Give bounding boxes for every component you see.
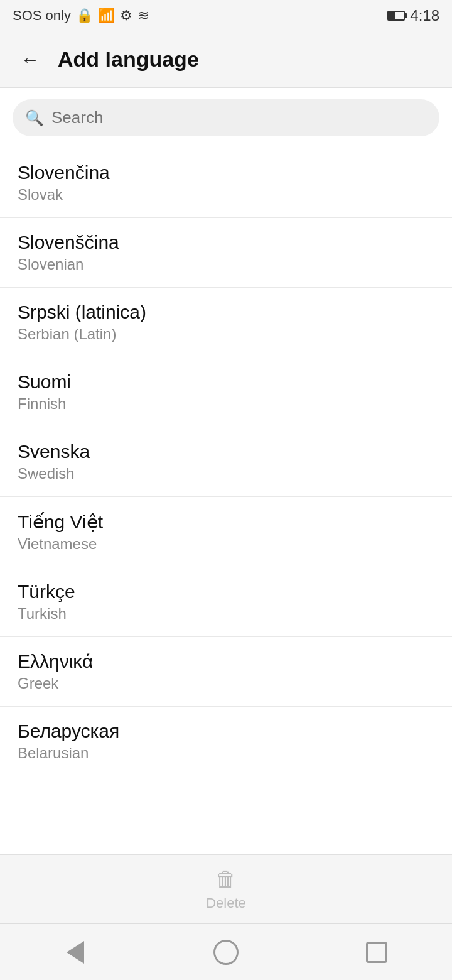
language-item[interactable]: Türkçe Turkish (0, 567, 452, 637)
nav-bar (0, 923, 452, 980)
delete-label: Delete (206, 895, 246, 912)
lang-native: Svenska (18, 441, 434, 462)
lang-native: Slovenščina (18, 232, 434, 253)
lang-english: Vietnamese (18, 535, 434, 553)
search-input-wrap[interactable]: 🔍 (13, 99, 439, 136)
delete-icon: 🗑 (215, 867, 237, 891)
nav-home-button[interactable] (207, 934, 245, 971)
lang-english: Swedish (18, 465, 434, 482)
lang-native: Ελληνικά (18, 651, 434, 672)
bottom-action-bar: 🗑 Delete (0, 854, 452, 923)
lang-english: Slovak (18, 186, 434, 204)
sos-text: SOS only (13, 8, 71, 24)
search-icon: 🔍 (25, 109, 44, 127)
status-bar: SOS only 🔒 📶 ⚙ ≋ 4:18 (0, 0, 452, 31)
lang-english: Slovenian (18, 256, 434, 273)
page-title: Add language (58, 47, 199, 72)
app-bar: ← Add language (0, 31, 452, 88)
language-item[interactable]: Ελληνικά Greek (0, 637, 452, 707)
delete-button[interactable]: 🗑 Delete (206, 867, 246, 912)
nav-back-button[interactable] (56, 934, 94, 971)
back-arrow-icon: ← (21, 49, 40, 70)
language-item[interactable]: Tiếng Việt Vietnamese (0, 497, 452, 567)
signal-icon: ≋ (137, 8, 149, 24)
status-time: 4:18 (410, 7, 439, 24)
nav-home-icon (213, 940, 239, 965)
lang-native: Tiếng Việt (18, 511, 434, 533)
settings-icon: ⚙ (120, 8, 132, 24)
lang-english: Serbian (Latin) (18, 325, 434, 343)
language-item[interactable]: Svenska Swedish (0, 427, 452, 497)
language-item[interactable]: Slovenčina Slovak (0, 148, 452, 218)
wifi-icon: 📶 (98, 8, 115, 24)
lang-english: Greek (18, 675, 434, 692)
lang-english: Turkish (18, 605, 434, 623)
search-input[interactable] (51, 108, 427, 128)
lang-english: Belarusian (18, 744, 434, 762)
status-right: 4:18 (387, 7, 439, 24)
lang-native: Türkçe (18, 581, 434, 602)
lang-native: Srpski (latinica) (18, 302, 434, 323)
nav-back-icon (67, 941, 84, 964)
lang-native: Slovenčina (18, 162, 434, 183)
lang-english: Finnish (18, 395, 434, 413)
language-list: Slovenčina Slovak Slovenščina Slovenian … (0, 148, 452, 854)
lang-native: Беларуская (18, 721, 434, 742)
nav-recents-icon (366, 942, 387, 963)
language-item[interactable]: Slovenščina Slovenian (0, 218, 452, 288)
search-bar-container: 🔍 (0, 88, 452, 148)
language-item[interactable]: Беларуская Belarusian (0, 707, 452, 776)
back-button[interactable]: ← (15, 45, 45, 75)
lang-native: Suomi (18, 371, 434, 393)
status-left: SOS only 🔒 📶 ⚙ ≋ (13, 8, 149, 24)
language-item[interactable]: Srpski (latinica) Serbian (Latin) (0, 288, 452, 357)
language-item[interactable]: Suomi Finnish (0, 357, 452, 427)
lock-icon: 🔒 (76, 8, 93, 24)
nav-recents-button[interactable] (358, 934, 396, 971)
battery-icon (387, 11, 405, 21)
